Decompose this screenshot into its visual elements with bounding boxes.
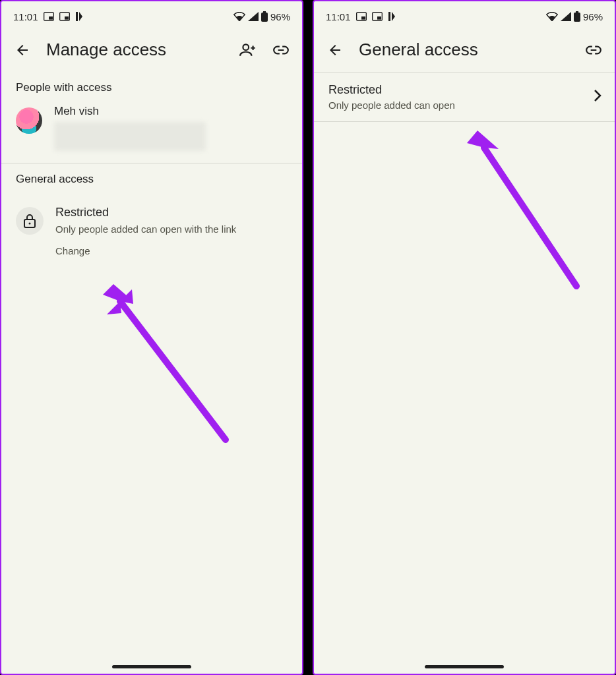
play-icon [388, 12, 396, 21]
signal-icon [248, 12, 259, 21]
app-bar: Manage access [1, 22, 302, 72]
signal-icon [561, 12, 571, 21]
page-title: Manage access [46, 40, 224, 60]
row-title: Restricted [328, 83, 455, 97]
lock-icon [16, 207, 44, 235]
svg-rect-1 [49, 16, 53, 20]
nav-handle[interactable] [425, 665, 504, 668]
general-access-title: Restricted [55, 206, 236, 220]
svg-rect-11 [361, 16, 365, 20]
back-button[interactable] [326, 41, 344, 59]
add-person-button[interactable] [239, 41, 257, 59]
svg-rect-15 [576, 11, 578, 13]
status-bar: 11:01 [1, 1, 302, 22]
pip-icon [356, 12, 367, 21]
svg-point-9 [29, 223, 31, 225]
general-access-heading: General access [1, 163, 302, 192]
status-time: 11:01 [326, 11, 351, 22]
people-section-heading: People with access [1, 72, 302, 101]
general-access-subtitle: Only people added can open with the link [55, 223, 236, 235]
annotation-arrow [94, 275, 239, 446]
battery-percent: 96% [583, 11, 603, 22]
person-name: Meh vish [54, 105, 206, 118]
svg-rect-4 [76, 12, 78, 21]
pip-icon-2 [59, 12, 70, 21]
status-bar: 11:01 [314, 1, 615, 22]
status-time: 11:01 [13, 11, 38, 22]
general-access-row[interactable]: Restricted Only people added can open wi… [1, 192, 302, 263]
svg-rect-6 [261, 13, 268, 22]
svg-rect-13 [377, 16, 381, 20]
nav-handle[interactable] [112, 665, 191, 668]
svg-rect-3 [65, 16, 69, 20]
row-subtitle: Only people added can open [328, 100, 455, 111]
person-email-redacted [54, 122, 206, 151]
wifi-icon [546, 12, 558, 21]
app-bar: General access [314, 22, 615, 72]
screen-manage-access: 11:01 [0, 0, 303, 675]
wifi-icon [233, 12, 245, 21]
link-button[interactable] [272, 41, 290, 59]
svg-rect-16 [574, 13, 580, 22]
battery-percent: 96% [270, 11, 290, 22]
svg-rect-5 [263, 11, 266, 13]
pip-icon [44, 12, 54, 21]
page-title: General access [359, 40, 570, 60]
play-icon [75, 12, 83, 21]
svg-rect-14 [388, 12, 390, 21]
restricted-row[interactable]: Restricted Only people added can open [314, 72, 615, 122]
svg-point-7 [243, 44, 249, 50]
screen-general-access: 11:01 [313, 0, 616, 675]
person-row[interactable]: Meh vish [1, 101, 302, 163]
back-button[interactable] [13, 41, 32, 59]
avatar [16, 107, 42, 134]
pip-icon-2 [372, 12, 383, 21]
battery-icon [261, 11, 268, 22]
annotation-arrow [458, 121, 590, 293]
battery-icon [574, 11, 580, 22]
change-link[interactable]: Change [55, 245, 236, 256]
chevron-right-icon [594, 89, 601, 105]
link-button[interactable] [584, 41, 603, 59]
